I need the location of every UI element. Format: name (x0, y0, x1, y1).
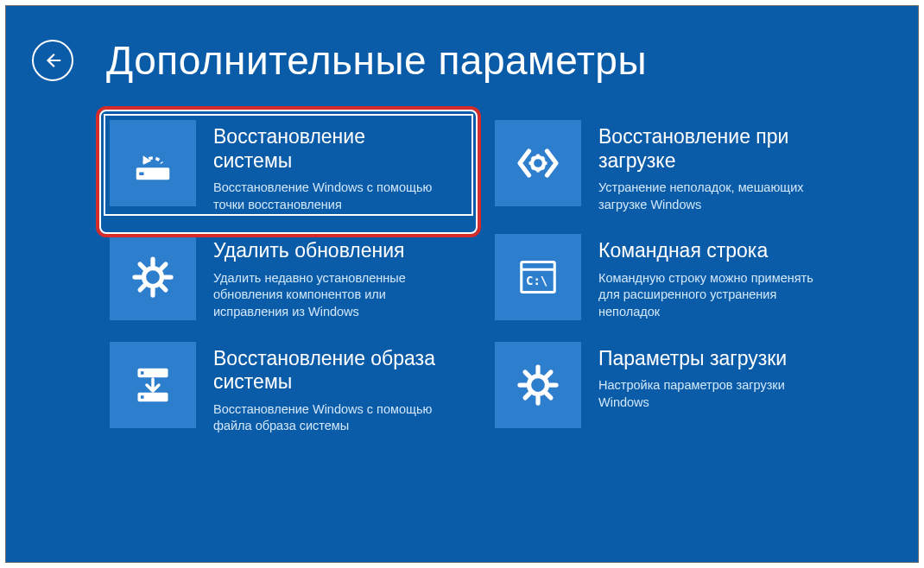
tile-command-prompt[interactable]: C:\ Командная строка Командную строку мо… (495, 234, 866, 320)
svg-line-11 (532, 167, 535, 169)
svg-line-19 (161, 264, 166, 268)
svg-line-20 (140, 286, 144, 290)
tile-desc: Восстановление Windows с помощью файла о… (213, 401, 446, 435)
svg-text:C:\: C:\ (526, 274, 547, 287)
svg-line-17 (140, 264, 144, 268)
tile-desc: Настройка параметров загрузки Windows (598, 377, 832, 411)
svg-line-36 (525, 393, 529, 397)
tile-desc: Командную строку можно применять для рас… (598, 270, 832, 321)
advanced-options-screen: Дополнительные параметры Восстановление … (6, 6, 918, 562)
tile-title: Параметры загрузки (598, 347, 832, 371)
command-prompt-icon: C:\ (495, 234, 581, 320)
tile-grid: Восстановление системы Восстановление Wi… (6, 84, 918, 435)
tile-startup-settings[interactable]: Параметры загрузки Настройка параметров … (495, 342, 866, 435)
svg-line-33 (525, 372, 529, 376)
svg-rect-27 (141, 395, 144, 399)
svg-point-28 (529, 376, 547, 394)
tile-title: Восстановление образа системы (213, 347, 446, 394)
tile-title: Восстановление при загрузке (598, 125, 832, 173)
tile-desc: Устранение неполадок, мешающих загрузке … (598, 180, 832, 213)
tile-uninstall-updates[interactable]: Удалить обновления Удалить недавно устан… (110, 234, 481, 320)
svg-line-10 (541, 157, 544, 160)
startup-repair-icon (495, 120, 581, 206)
arrow-left-icon (43, 51, 62, 70)
svg-point-12 (144, 268, 162, 287)
gear-icon (495, 342, 581, 428)
tile-system-restore[interactable]: Восстановление системы Восстановление Wi… (110, 120, 481, 213)
svg-point-3 (535, 161, 540, 165)
page-title: Дополнительные параметры (106, 37, 647, 84)
svg-line-35 (547, 372, 551, 376)
header: Дополнительные параметры (6, 6, 918, 84)
svg-rect-25 (141, 371, 144, 375)
back-button[interactable] (32, 40, 73, 81)
svg-line-34 (547, 393, 551, 397)
tile-desc: Удалить недавно установленные обновления… (213, 270, 446, 321)
tile-desc: Восстановление Windows с помощью точки в… (213, 180, 446, 213)
tile-system-image-recovery[interactable]: Восстановление образа системы Восстановл… (110, 342, 481, 435)
tile-startup-repair[interactable]: Восстановление при загрузке Устранение н… (495, 120, 866, 213)
system-image-recovery-icon (110, 342, 196, 428)
system-restore-icon (110, 120, 196, 206)
svg-line-8 (532, 157, 535, 160)
tile-title: Восстановление системы (213, 125, 446, 173)
svg-rect-1 (139, 173, 143, 176)
svg-line-9 (541, 167, 544, 169)
tile-title: Удалить обновления (213, 239, 446, 263)
gear-icon (110, 234, 196, 320)
tile-title: Командная строка (598, 239, 832, 263)
svg-line-18 (161, 286, 166, 290)
